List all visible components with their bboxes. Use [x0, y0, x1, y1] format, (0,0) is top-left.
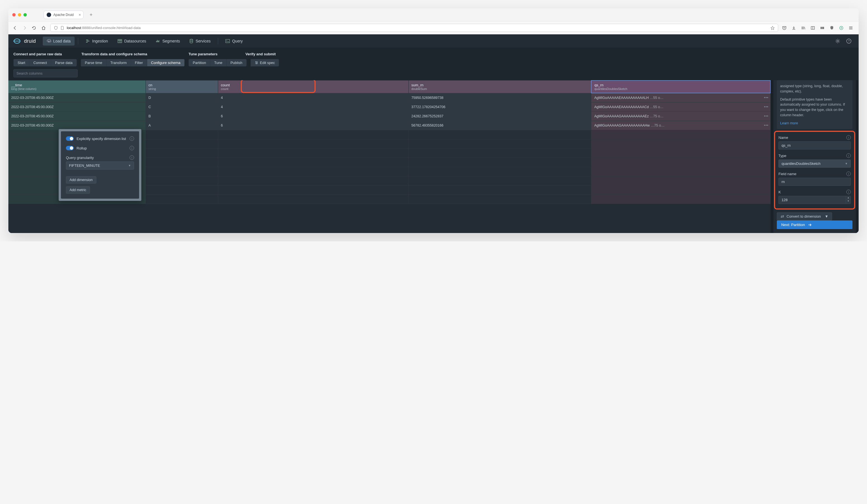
nav-forward-button[interactable]: [22, 25, 28, 31]
more-icon[interactable]: •••: [764, 96, 768, 100]
svg-text:?: ?: [848, 40, 850, 43]
cell-time: 2022-03-20T08:45:00.000Z: [8, 121, 146, 130]
data-table-area: __time long (time column) cn string coun…: [8, 80, 771, 233]
nav-datasources[interactable]: Datasources: [114, 36, 150, 45]
nav-settings[interactable]: [833, 36, 843, 46]
bookmark-star-icon[interactable]: [771, 26, 774, 30]
step-edit-spec[interactable]: Edit spec: [250, 59, 279, 66]
convert-to-dimension-button[interactable]: Convert to dimension ▼: [777, 212, 832, 221]
col-type: long (time column): [11, 87, 143, 90]
nav-label: Load data: [53, 39, 71, 43]
nav-label: Datasources: [124, 39, 146, 43]
nav-help[interactable]: ?: [844, 36, 854, 46]
step-label: Edit spec: [260, 61, 275, 65]
window-maximize-button[interactable]: [23, 13, 27, 17]
ublock-icon[interactable]: [829, 26, 836, 30]
spinner-down-button[interactable]: ▼: [846, 200, 850, 203]
type-select[interactable]: quantilesDoublesSketch ▼: [779, 160, 851, 168]
rollup-toggle[interactable]: [66, 146, 74, 150]
nav-back-button[interactable]: [12, 25, 18, 31]
fieldname-input[interactable]: [779, 178, 851, 186]
col-header-count[interactable]: count count: [218, 81, 408, 93]
step-parse-time[interactable]: Parse time: [81, 59, 106, 66]
url-bar[interactable]: localhost:8888/unified-console.html#load…: [50, 24, 778, 32]
info-icon[interactable]: i: [130, 146, 134, 150]
wizard-group-titles: Connect and parse raw data Transform dat…: [13, 52, 854, 56]
info-icon[interactable]: i: [846, 135, 851, 140]
url-text: localhost:8888/unified-console.html#load…: [67, 26, 141, 30]
add-dimension-button[interactable]: Add dimension: [66, 176, 96, 184]
step-tune[interactable]: Tune: [210, 59, 226, 66]
granularity-select[interactable]: FIFTEEN_MINUTE ▼: [66, 161, 134, 170]
pocket-icon[interactable]: [782, 26, 788, 30]
side-scrollbar[interactable]: [856, 80, 859, 233]
column-search-input[interactable]: [13, 69, 78, 77]
more-icon[interactable]: •••: [764, 105, 768, 109]
cell-qs: AgMIGoAAAAAGAAAAAAAAAAHw …75 o…•••: [591, 121, 770, 130]
learn-more-link[interactable]: Learn more: [780, 121, 798, 125]
chevron-down-icon: ▼: [845, 162, 848, 165]
nav-query[interactable]: Query: [222, 36, 247, 45]
spinner-up-button[interactable]: ▲: [846, 196, 850, 200]
add-metric-button[interactable]: Add metric: [66, 186, 90, 194]
wizard-steps-row: Start Connect Parse data Parse time Tran…: [13, 59, 854, 66]
col-header-qs-rn[interactable]: qs_rn quantilesDoublesSketch: [591, 81, 770, 93]
cell-count: 6: [218, 112, 408, 121]
window-controls: [12, 13, 27, 17]
nav-segments[interactable]: Segments: [152, 36, 184, 45]
more-icon[interactable]: •••: [764, 124, 768, 127]
explicit-dim-toggle[interactable]: [66, 136, 74, 141]
info-icon[interactable]: i: [846, 190, 851, 194]
col-header-cn[interactable]: cn string: [146, 81, 218, 93]
step-configure-schema[interactable]: Configure schema: [147, 59, 185, 66]
cell-qs: AgMIGoAAAAAEAAAAAAAAAACd …55 o…•••: [591, 103, 770, 112]
nav-ingestion[interactable]: Ingestion: [82, 36, 112, 45]
step-partition[interactable]: Partition: [189, 59, 210, 66]
extension-icon-1[interactable]: [820, 26, 826, 30]
nav-load-data[interactable]: Load data: [43, 36, 75, 45]
downloads-icon[interactable]: [792, 26, 798, 30]
step-transform[interactable]: Transform: [106, 59, 131, 66]
library-icon[interactable]: [801, 26, 807, 30]
type-value: quantilesDoublesSketch: [782, 161, 820, 166]
next-partition-button[interactable]: Next: Partition: [777, 221, 853, 229]
new-tab-button[interactable]: +: [88, 12, 94, 18]
info-icon[interactable]: i: [130, 156, 134, 160]
cell-count: 6: [218, 121, 408, 130]
url-path: :8888/unified-console.html#load-data: [81, 26, 140, 30]
window-minimize-button[interactable]: [18, 13, 21, 17]
window-close-button[interactable]: [12, 13, 15, 17]
nav-home-button[interactable]: [41, 25, 46, 31]
step-filter[interactable]: Filter: [131, 59, 147, 66]
toolbar-right-icons: [782, 26, 855, 30]
more-icon[interactable]: •••: [764, 114, 768, 118]
druid-logo[interactable]: druid: [13, 38, 36, 44]
col-header-sum-rn[interactable]: sum_rn doubleSum: [408, 81, 591, 93]
explicit-dim-row: Explicitly specify dimension list i: [66, 136, 134, 141]
step-publish[interactable]: Publish: [226, 59, 247, 66]
druid-logo-icon: [13, 38, 22, 44]
info-icon[interactable]: i: [130, 136, 134, 141]
reader-icon[interactable]: [811, 26, 817, 30]
tab-close-button[interactable]: ×: [79, 13, 81, 17]
nav-reload-button[interactable]: [31, 25, 37, 31]
hamburger-menu-icon[interactable]: [848, 26, 855, 30]
step-connect[interactable]: Connect: [29, 59, 51, 66]
name-input[interactable]: [779, 141, 851, 149]
step-start[interactable]: Start: [13, 59, 29, 66]
step-parse-data[interactable]: Parse data: [51, 59, 77, 66]
main-content: __time long (time column) cn string coun…: [8, 80, 859, 233]
extension-icon-2[interactable]: [839, 26, 845, 30]
browser-tab[interactable]: Apache Druid ×: [44, 11, 84, 19]
name-label: Name: [779, 136, 788, 140]
table-icon: [118, 39, 122, 43]
svg-rect-3: [823, 27, 824, 29]
k-input[interactable]: [779, 196, 846, 204]
wizard-steps-group-1: Start Connect Parse data: [13, 59, 77, 66]
info-icon[interactable]: i: [846, 172, 851, 176]
table-scrollbar[interactable]: [771, 80, 773, 233]
info-icon[interactable]: i: [846, 153, 851, 158]
nav-services[interactable]: Services: [185, 36, 215, 45]
wizard-group-verify: Verify and submit: [246, 52, 276, 56]
col-header-time[interactable]: __time long (time column): [8, 81, 146, 93]
